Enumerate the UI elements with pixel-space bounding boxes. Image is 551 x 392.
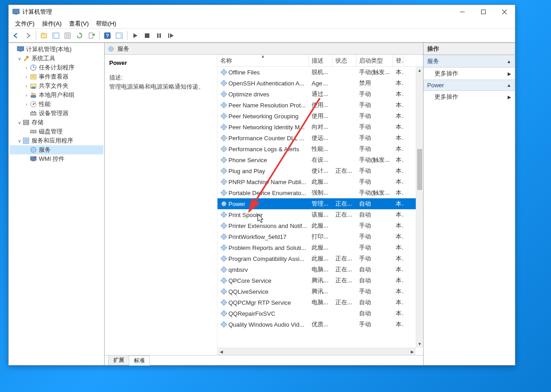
scroll-thumb[interactable] (417, 149, 422, 190)
action-more-services[interactable]: 更多操作 ▶ (424, 68, 515, 79)
service-row[interactable]: Peer Networking Grouping使用...手动本 (217, 111, 416, 122)
service-row[interactable]: qmbsrv电脑...正在...自动本 (217, 264, 416, 275)
service-row[interactable]: PNRP Machine Name Publi...此服...手动本 (217, 176, 416, 187)
service-name: Power (228, 201, 245, 207)
expander-icon[interactable] (23, 128, 30, 135)
service-row[interactable]: Program Compatibility Assi...此服...正在...手… (217, 253, 416, 264)
properties-button[interactable] (62, 30, 73, 41)
menu-help[interactable]: 帮助(H) (92, 19, 120, 29)
service-row[interactable]: Problem Reports and Soluti...此服...手动本 (217, 242, 416, 253)
service-row[interactable]: QPCore Service腾讯...正在...自动本 (217, 275, 416, 286)
expander-icon[interactable]: › (23, 74, 30, 80)
tree-storage[interactable]: ∨ 存储 (10, 118, 103, 127)
service-row[interactable]: Offline Files脱机...手动(触发...本 (217, 67, 416, 78)
expander-icon[interactable]: › (23, 101, 30, 107)
app-icon (12, 8, 20, 16)
tree-shared-folders[interactable]: › 共享文件夹 (10, 81, 103, 90)
service-row[interactable]: Phone Service在设...手动(触发...本 (217, 154, 416, 165)
service-row[interactable]: QQPCMgr RTP Service电脑...正在...自动本 (217, 297, 416, 308)
column-startup-type[interactable]: 启动类型 (356, 55, 393, 66)
service-row[interactable]: QQRepairFixSVC自动本 (217, 308, 416, 319)
horizontal-scrollbar[interactable]: ◀ ▶ (217, 348, 416, 355)
forward-button[interactable] (22, 30, 33, 41)
service-row[interactable]: Performance Counter DLL ...使远...手动本 (217, 132, 416, 143)
menu-view[interactable]: 查看(V) (65, 19, 92, 29)
maximize-button[interactable] (473, 5, 494, 19)
service-name: Offline Files (228, 69, 260, 76)
tree-wmi-control[interactable]: WMI 控件 (10, 154, 103, 164)
list-body[interactable]: Offline Files脱机...手动(触发...本OpenSSH Authe… (217, 67, 423, 355)
scroll-up-arrow[interactable]: ▲ (416, 67, 423, 74)
service-row[interactable]: Portable Device Enumerato...强制...手动(触发..… (217, 187, 416, 198)
expander-icon[interactable]: › (23, 64, 30, 71)
stop-service-button[interactable] (142, 30, 153, 41)
scroll-down-arrow[interactable]: ▼ (416, 340, 423, 348)
column-description[interactable]: 描述 (309, 55, 333, 66)
column-logon[interactable]: 登 (393, 55, 404, 66)
service-row[interactable]: Print Spooler该服...正在...自动本 (217, 209, 416, 220)
expander-icon[interactable]: ∨ (16, 138, 22, 144)
service-row[interactable]: OpenSSH Authentication A...Agen...禁用本 (217, 78, 416, 89)
service-row[interactable]: Plug and Play使计...正在...手动本 (217, 165, 416, 176)
refresh-button[interactable] (74, 30, 85, 41)
column-name[interactable]: ▲ 名称 (217, 55, 309, 66)
expander-icon[interactable]: › (23, 83, 30, 89)
service-logon: 本 (393, 145, 404, 153)
service-name: PrintWorkflow_5efd17 (228, 233, 286, 240)
tree-local-users[interactable]: › 本地用户和组 (10, 90, 103, 100)
action-group-power[interactable]: Power ▲ (424, 79, 515, 91)
service-logon: 本 (393, 222, 404, 230)
expander-icon[interactable]: ∨ (16, 119, 22, 126)
restart-service-button[interactable] (165, 30, 176, 41)
service-row[interactable]: Power管理...正在...自动本 (217, 198, 416, 209)
expander-icon[interactable] (23, 110, 30, 117)
tree-pane[interactable]: 计算机管理(本地) ∨ 系统工具 › 任务计划程序 › 事件查看器 (9, 43, 105, 365)
pause-service-button[interactable] (154, 30, 164, 41)
service-startup-type: 手动 (356, 244, 393, 252)
service-row[interactable]: Quality Windows Audio Vid...优质...手动本 (217, 319, 416, 330)
tree-root[interactable]: 计算机管理(本地) (10, 45, 103, 54)
tree-performance[interactable]: › 性能 (10, 100, 103, 109)
menu-file[interactable]: 文件(F) (11, 19, 38, 29)
service-row[interactable]: Optimize drives通过...手动本 (217, 89, 416, 100)
scroll-left-arrow[interactable]: ◀ (217, 348, 225, 355)
tab-standard[interactable]: 标准 (129, 355, 150, 366)
scroll-right-arrow[interactable]: ▶ (408, 348, 416, 355)
start-service-button[interactable] (130, 30, 141, 41)
tree-services[interactable]: 服务 (10, 145, 103, 154)
services-apps-icon (22, 137, 30, 144)
tab-extended[interactable]: 扩展 (108, 355, 129, 365)
back-button[interactable] (11, 30, 21, 41)
vertical-scrollbar[interactable]: ▲ ▼ (416, 67, 423, 348)
service-name: Program Compatibility Assi... (228, 255, 304, 262)
tree-services-and-apps[interactable]: ∨ 服务和应用程序 (10, 136, 103, 145)
svg-rect-20 (159, 33, 161, 38)
action-group-services[interactable]: 服务 ▲ (424, 55, 515, 68)
tree-disk-management[interactable]: 磁盘管理 (10, 127, 103, 136)
service-row[interactable]: QQLiveService腾讯...手动本 (217, 286, 416, 297)
tree-system-tools[interactable]: ∨ 系统工具 (10, 54, 103, 63)
minimize-button[interactable] (452, 5, 473, 19)
export-button[interactable] (86, 30, 97, 41)
show-hide-console-tree-button[interactable] (50, 30, 61, 41)
up-button[interactable] (38, 30, 49, 41)
column-status[interactable]: 状态 (333, 55, 356, 66)
service-row[interactable]: PrintWorkflow_5efd17打印...手动本 (217, 231, 416, 242)
expander-icon[interactable] (23, 156, 30, 162)
tree-event-viewer[interactable]: › 事件查看器 (10, 72, 103, 81)
close-button[interactable] (494, 5, 515, 19)
service-row[interactable]: Performance Logs & Alerts性能...手动本 (217, 143, 416, 154)
expander-icon[interactable]: › (23, 92, 30, 98)
service-row[interactable]: Printer Extensions and Notif...此服...手动本 (217, 220, 416, 231)
show-hide-action-pane-button[interactable] (114, 30, 125, 41)
help-button[interactable]: ? (102, 30, 113, 41)
expander-icon[interactable]: ∨ (16, 55, 22, 62)
tree-task-scheduler[interactable]: › 任务计划程序 (10, 63, 103, 72)
expander-icon[interactable] (11, 46, 17, 53)
service-row[interactable]: Peer Name Resolution Prot...使用...手动本 (217, 100, 416, 111)
tree-device-manager[interactable]: 设备管理器 (10, 109, 103, 118)
service-row[interactable]: Peer Networking Identity M...向对...手动本 (217, 122, 416, 132)
expander-icon[interactable] (23, 147, 30, 153)
action-more-power[interactable]: 更多操作 ▶ (424, 91, 515, 103)
menu-action[interactable]: 操作(A) (38, 19, 65, 29)
